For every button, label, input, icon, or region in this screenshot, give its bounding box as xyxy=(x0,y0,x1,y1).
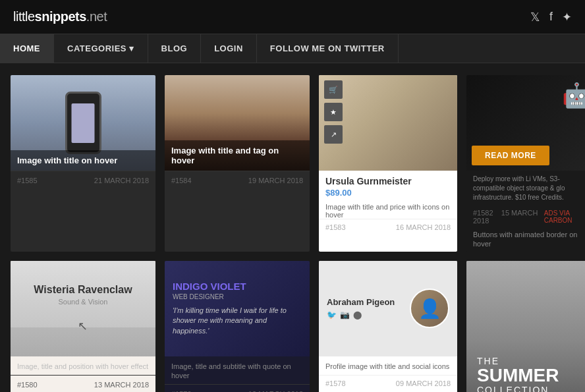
indigo-subtitle: WEB DESIGNER xyxy=(173,293,302,300)
card-indigo: INDIGO VIOLET WEB DESIGNER 'I'm killing … xyxy=(165,261,310,392)
wisteria-label: Image, title and position with hover eff… xyxy=(11,356,155,375)
wisteria-title: Wisteria Ravenclaw xyxy=(34,284,132,296)
read-more-button[interactable]: READ MORE xyxy=(472,146,549,165)
product-id: #1583 xyxy=(325,223,346,231)
wisteria-footer: #1580 13 MARCH 2018 xyxy=(11,375,155,392)
card-date-1: 21 MARCH 2018 xyxy=(94,177,149,184)
card-profile-image: Abraham Pigeon 🐦 📷 ⬤ 👤 xyxy=(319,261,457,356)
facebook-icon[interactable]: f xyxy=(549,10,553,24)
profile-label: Profile image with title and social icon… xyxy=(319,356,457,375)
card-wisteria-image: Wisteria Ravenclaw Sound & Vision ↖ xyxy=(11,261,155,356)
indigo-title: INDIGO VIOLET xyxy=(173,281,302,292)
wisteria-cursor: ↖ xyxy=(34,319,132,333)
indigo-content: INDIGO VIOLET WEB DESIGNER 'I'm killing … xyxy=(173,281,302,336)
avatar-image: 👤 xyxy=(418,298,441,320)
hover-overlay-1: Image with title on hover xyxy=(11,150,155,171)
profile-social-icons: 🐦 📷 ⬤ xyxy=(327,310,402,320)
header-icons: 𝕏 f ✦ xyxy=(530,10,572,24)
product-icons: 🛒 ★ ↗ xyxy=(324,80,343,144)
profile-id: #1578 xyxy=(325,379,346,387)
product-info: Ursula Gurnmeister $89.00 xyxy=(319,171,457,200)
instagram-social-icon: 📷 xyxy=(340,310,350,320)
star-icon-btn[interactable]: ★ xyxy=(324,103,343,121)
profile-name: Abraham Pigeon xyxy=(327,297,402,307)
card-hover-title-2: Image with title and tag on hover xyxy=(171,146,303,165)
nav-blog[interactable]: BLOG xyxy=(148,34,202,63)
cart-icon-btn[interactable]: 🛒 xyxy=(324,80,343,99)
card-ad-image: READ MORE 🤖 xyxy=(466,75,585,171)
wisteria-id: #1580 xyxy=(17,381,38,389)
profile-avatar: 👤 xyxy=(410,289,449,328)
ad-text: Deploy more with Li VMs, S3-compatible o… xyxy=(466,171,585,206)
ads-label: ADS VIA CARBON xyxy=(544,210,585,224)
github-social-icon: ⬤ xyxy=(353,310,362,320)
card-id-2: #1584 xyxy=(171,177,192,184)
card-footer-1: #1585 21 MARCH 2018 xyxy=(11,171,155,190)
card-image-2: Image with title and tag on hover xyxy=(165,75,310,171)
card-profile: Abraham Pigeon 🐦 📷 ⬤ 👤 Profile image wit… xyxy=(319,261,457,392)
share-icon-btn[interactable]: ↗ xyxy=(324,125,343,144)
profile-footer: #1578 09 MARCH 2018 xyxy=(319,375,457,391)
twitter-social-icon: 🐦 xyxy=(327,310,337,320)
nav-home[interactable]: HOME xyxy=(0,34,54,63)
card-id-1: #1585 xyxy=(17,177,38,184)
hover-overlay-2: Image with title and tag on hover xyxy=(165,140,310,171)
card-hover-title-1: Image with title on hover xyxy=(17,155,149,165)
main-nav: HOME CATEGORIES ▾ BLOG LOGIN FOLLOW ME O… xyxy=(0,34,585,63)
codepen-icon[interactable]: ✦ xyxy=(562,10,572,24)
indigo-footer: #1579 12 MARCH 2018 xyxy=(165,384,310,392)
card-image-1: Image with title on hover xyxy=(11,75,155,171)
card-summer-image: THE SUMMER COLLECTION xyxy=(466,261,585,392)
card-wisteria: Wisteria Ravenclaw Sound & Vision ↖ Imag… xyxy=(11,261,155,392)
ad-footer: #1582 15 MARCH 2018 ADS VIA CARBON xyxy=(466,206,585,227)
card-indigo-image: INDIGO VIOLET WEB DESIGNER 'I'm killing … xyxy=(165,261,310,356)
wisteria-date: 13 MARCH 2018 xyxy=(94,381,149,389)
indigo-quote: 'I'm killing time while I wait for life … xyxy=(173,306,302,336)
card-product: 🛒 ★ ↗ Ursula Gurnmeister $89.00 Image wi… xyxy=(319,75,457,252)
nav-twitter[interactable]: FOLLOW ME ON TWITTER xyxy=(257,34,399,63)
twitter-icon[interactable]: 𝕏 xyxy=(530,10,540,24)
nav-categories[interactable]: CATEGORIES ▾ xyxy=(54,34,148,63)
product-desc: Image with title and price with icons on… xyxy=(319,200,457,219)
card-date-2: 19 MARCH 2018 xyxy=(248,177,303,184)
product-date: 16 MARCH 2018 xyxy=(396,223,451,231)
product-footer: #1583 16 MARCH 2018 xyxy=(319,219,457,235)
summer-collection: COLLECTION xyxy=(477,385,559,392)
product-name: Ursula Gurnmeister xyxy=(325,176,451,186)
site-header: littlesnippets.net 𝕏 f ✦ xyxy=(0,0,585,34)
wisteria-subtitle: Sound & Vision xyxy=(34,298,132,306)
summer-main: SUMMER xyxy=(477,366,559,385)
main-grid: Image with title on hover #1585 21 MARCH… xyxy=(0,63,585,392)
profile-info: Abraham Pigeon 🐦 📷 ⬤ xyxy=(327,297,402,320)
ad-id: #1582 15 MARCH 2018 xyxy=(473,209,544,225)
phone-illustration xyxy=(65,92,101,154)
card-product-image: 🛒 ★ ↗ xyxy=(319,75,457,171)
card-hover-paris: Image with title and tag on hover #1584 … xyxy=(165,75,310,252)
robot-icon: 🤖 xyxy=(562,82,585,109)
nav-login[interactable]: LOGIN xyxy=(201,34,257,63)
indigo-label: Image, title and subtitle with quote on … xyxy=(165,356,310,385)
product-price: $89.00 xyxy=(325,188,451,198)
ad-card-label: Buttons with animated border on hover xyxy=(466,227,585,252)
card-ad: READ MORE 🤖 Deploy more with Li VMs, S3-… xyxy=(466,75,585,252)
profile-date: 09 MARCH 2018 xyxy=(396,379,451,387)
card-footer-2: #1584 19 MARCH 2018 xyxy=(165,171,310,190)
card-summer: THE SUMMER COLLECTION Image and title wi… xyxy=(466,261,585,392)
card-hover-phone: Image with title on hover #1585 21 MARCH… xyxy=(11,75,155,252)
site-logo: littlesnippets.net xyxy=(13,9,107,24)
